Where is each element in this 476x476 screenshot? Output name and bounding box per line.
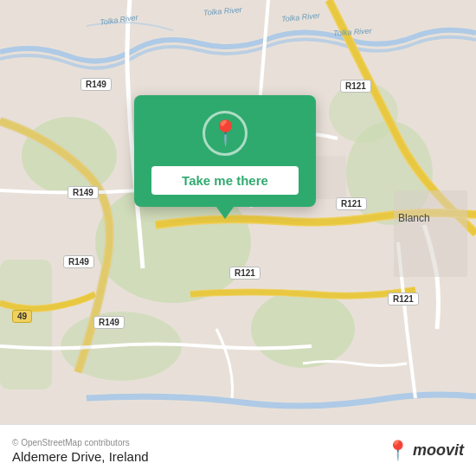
road-badge-r121-2: R121: [336, 197, 367, 210]
location-label: Aldemere Drive, Ireland: [12, 449, 149, 464]
road-badge-r121-3: R121: [229, 267, 261, 280]
bottom-bar: © OpenStreetMap contributors Aldemere Dr…: [0, 424, 476, 476]
moovit-pin-icon: 📍: [386, 440, 409, 462]
moovit-logo-text: moovit: [413, 441, 464, 460]
svg-rect-7: [0, 260, 52, 389]
road-badge-49: 49: [12, 310, 32, 323]
road-badge-r121-1: R121: [340, 80, 371, 93]
map-container: Tolka River Tolka River Tolka River Tolk…: [0, 0, 476, 424]
road-badge-r149-4: R149: [93, 316, 125, 329]
road-badge-r149-3: R149: [63, 255, 94, 268]
road-badge-r121-4: R121: [388, 293, 419, 306]
svg-rect-8: [394, 190, 467, 277]
road-badge-r149-2: R149: [68, 186, 99, 199]
road-badge-r149-1: R149: [80, 78, 112, 91]
bottom-left: © OpenStreetMap contributors Aldemere Dr…: [12, 438, 149, 464]
location-pin-icon: 📍: [210, 121, 241, 145]
svg-point-2: [251, 290, 355, 368]
location-icon-circle: 📍: [203, 111, 248, 156]
attribution: © OpenStreetMap contributors: [12, 438, 149, 447]
place-label-blanch: Blanch: [398, 212, 430, 224]
popup-card: 📍 Take me there: [134, 95, 316, 207]
moovit-logo: 📍 moovit: [386, 440, 464, 462]
take-me-there-button[interactable]: Take me there: [151, 166, 299, 195]
